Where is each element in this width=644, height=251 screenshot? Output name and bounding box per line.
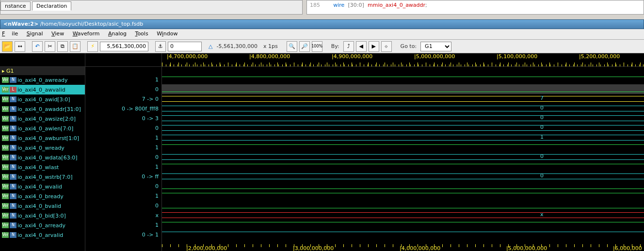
badge-ver-icon: Ver <box>2 213 9 219</box>
cursor-time-input[interactable] <box>100 42 148 51</box>
wave-bus-bot <box>162 218 644 218</box>
menu-analog[interactable]: Analog <box>108 31 127 37</box>
signal-row[interactable]: VerNio_axi4_0_wvalid <box>0 182 85 191</box>
file-path: /home/liaoyuchi/Desktop/asic_top.fsdb <box>40 21 144 27</box>
wave-bus-top <box>162 173 644 174</box>
badge-net-icon: N <box>10 116 16 122</box>
signal-row[interactable]: VerNio_axi4_0_awlen[7:0] <box>0 124 85 133</box>
time-ruler[interactable]: |4,700,000,000|4,800,000,000|4,900,000,0… <box>162 53 644 67</box>
badge-ver-icon: Ver <box>2 96 9 102</box>
zoom-100-icon[interactable]: 100% <box>312 41 322 52</box>
hierarchy-icon[interactable]: ↔ <box>15 41 25 52</box>
waveform-row[interactable] <box>162 162 644 172</box>
wave-bus-value: 0 <box>540 105 544 111</box>
zoom-in-icon[interactable]: 🔍 <box>287 41 297 52</box>
signal-row[interactable]: VerNio_axi4_0_arready <box>0 220 85 230</box>
wave-bus-bot <box>162 101 644 102</box>
signal-row[interactable]: VerNio_axi4_0_bid[3:0] <box>0 211 85 220</box>
wave-bus-top <box>162 154 644 155</box>
paste-icon[interactable]: 📋 <box>70 41 80 52</box>
waveform-row[interactable] <box>162 181 644 191</box>
marker-time-input[interactable] <box>168 42 202 51</box>
signal-row[interactable]: VerNio_axi4_0_wdata[63:0] <box>0 153 85 162</box>
waveform-row[interactable] <box>162 201 644 210</box>
code-range: [30:0] <box>348 2 364 8</box>
signal-name: io_axi4_0_bready <box>17 193 64 200</box>
app-name: <nWave:2> <box>3 21 38 27</box>
prev-icon[interactable]: ◀ <box>356 41 367 52</box>
waveform-row[interactable]: 0 <box>162 113 644 123</box>
signal-row[interactable]: VerNio_axi4_0_awaddr[31:0] <box>0 104 85 114</box>
signal-name: io_axi4_0_arvalid <box>17 232 63 238</box>
waveform-row[interactable] <box>162 230 644 239</box>
signal-row[interactable]: VerNio_axi4_0_awsize[2:0] <box>0 114 85 124</box>
bookmark-icon[interactable]: ⟐ <box>381 41 392 52</box>
signal-name: io_axi4_0_awaddr[31:0] <box>17 106 81 112</box>
menu-window[interactable]: Window <box>157 31 177 37</box>
source-line: 185 wire [30:0] mmio_axi4_0_awaddr; <box>306 0 644 15</box>
ruler-tick-label: |4,800,000,000 <box>249 53 290 60</box>
menu-view[interactable]: View <box>51 31 64 37</box>
signal-row[interactable]: VerNio_axi4_0_bready <box>0 191 85 201</box>
search-mode-icon[interactable]: ⤴ <box>343 41 354 52</box>
wave-bus-value: x <box>540 211 544 218</box>
bottom-ruler[interactable]: |2,000,000,000|3,000,000,000|4,000,000,0… <box>162 244 644 251</box>
wave-line <box>162 164 644 164</box>
menu-tools[interactable]: Tools <box>135 31 148 37</box>
badge-net-icon: N <box>10 203 16 209</box>
waveform-row[interactable] <box>162 84 644 94</box>
wave-bus-value: 7 <box>540 95 544 101</box>
menu-signal[interactable]: Signal <box>27 31 43 37</box>
wave-bus-top <box>162 115 644 116</box>
group-header[interactable]: ▸ G1 <box>0 67 85 75</box>
cursor-icon[interactable]: ⚡ <box>87 41 98 52</box>
tab-declaration[interactable]: Declaration <box>32 1 71 11</box>
waveform-row[interactable]: 1 <box>162 133 644 142</box>
menu-waveform[interactable]: Waveform <box>73 31 100 37</box>
signal-name-pane[interactable]: ▸ G1 VerNio_axi4_0_awreadyVerLio_axi4_0_… <box>0 53 85 251</box>
badge-net-icon: L <box>10 87 16 93</box>
waveform-row[interactable] <box>162 220 644 230</box>
signal-value: 0 <box>85 152 161 162</box>
signal-value: 7 -> 0 <box>85 94 161 104</box>
next-icon[interactable]: ▶ <box>369 41 379 52</box>
anchor-icon[interactable]: ⚓ <box>155 41 166 52</box>
waveform-row[interactable]: 0 <box>162 172 644 181</box>
signal-value-pane[interactable]: 107 -> 00 -> 800f_fff80 -> 3011010 -> ff… <box>85 53 162 251</box>
zoom-out-icon[interactable]: 🔎 <box>299 41 310 52</box>
signal-row[interactable]: VerNio_axi4_0_wlast <box>0 162 85 172</box>
waveform-row[interactable]: 7 <box>162 94 644 104</box>
wave-line <box>162 193 644 193</box>
signal-row[interactable]: VerLio_axi4_0_awvalid <box>0 85 85 94</box>
waveform-row[interactable]: 0 <box>162 123 644 133</box>
tab-instance[interactable]: nstance <box>0 1 31 11</box>
waveform-row[interactable]: 0 <box>162 104 644 113</box>
wave-line <box>162 208 644 208</box>
code-keyword: wire <box>333 2 344 8</box>
signal-row[interactable]: VerNio_axi4_0_wready <box>0 143 85 153</box>
signal-row[interactable]: VerNio_axi4_0_awid[3:0] <box>0 94 85 104</box>
signal-row[interactable]: VerNio_axi4_0_arvalid <box>0 230 85 240</box>
line-number: 185 <box>310 2 320 8</box>
signal-row[interactable]: VerNio_axi4_0_wstrb[7:0] <box>0 172 85 182</box>
copy-icon[interactable]: ⧉ <box>57 41 68 52</box>
waveform-row[interactable]: 0 <box>162 152 644 162</box>
waveform-row[interactable] <box>162 191 644 201</box>
waveform-pane[interactable]: |4,700,000,000|4,800,000,000|4,900,000,0… <box>162 53 644 251</box>
signal-value: 0 <box>85 201 161 210</box>
signal-value: 0 <box>85 84 161 94</box>
signal-value: 0 -> 800f_fff8 <box>85 104 161 113</box>
open-icon[interactable]: 📂 <box>2 41 13 52</box>
waveform-row[interactable] <box>162 75 644 84</box>
waveform-row[interactable] <box>162 142 644 152</box>
cut-icon[interactable]: ✂ <box>45 41 55 52</box>
wave-bus-bot <box>162 111 644 111</box>
goto-select[interactable]: G1 <box>420 42 451 51</box>
waveform-row[interactable]: x <box>162 210 644 220</box>
bottom-ruler-tick: |3,000,000,000 <box>293 245 334 251</box>
signal-row[interactable]: VerNio_axi4_0_awburst[1:0] <box>0 133 85 143</box>
menu-file[interactable]: File <box>2 31 18 37</box>
signal-row[interactable]: VerNio_axi4_0_bvalid <box>0 201 85 211</box>
signal-row[interactable]: VerNio_axi4_0_awready <box>0 75 85 85</box>
undo-icon[interactable]: ↶ <box>32 41 43 52</box>
